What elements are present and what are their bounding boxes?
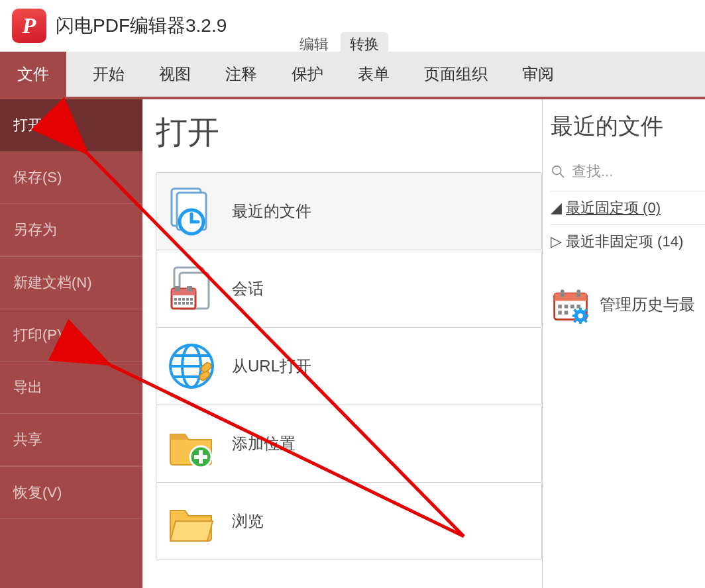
- recent-files-icon: [163, 183, 220, 240]
- ribbon-tab-protect[interactable]: 保护: [292, 64, 323, 85]
- session-icon: [163, 260, 220, 317]
- ribbon-tab-pages[interactable]: 页面组织: [424, 64, 488, 85]
- svg-rect-39: [558, 311, 562, 315]
- svg-rect-35: [558, 305, 562, 309]
- sidebar-item-recover[interactable]: 恢复(V): [0, 466, 142, 519]
- svg-rect-40: [565, 311, 569, 315]
- svg-rect-8: [187, 286, 192, 291]
- svg-rect-9: [174, 298, 177, 301]
- svg-rect-42: [579, 308, 582, 312]
- app-logo-icon: P: [12, 9, 46, 43]
- open-option-url[interactable]: 从URL打开: [156, 327, 542, 405]
- recent-unpinned-group[interactable]: ▷ 最近非固定项 (14): [551, 224, 705, 258]
- open-option-session-label: 会话: [232, 278, 264, 299]
- svg-rect-14: [174, 302, 177, 305]
- open-option-session[interactable]: 会话: [156, 250, 542, 328]
- sidebar-item-open[interactable]: 打开: [0, 99, 142, 152]
- svg-line-30: [560, 173, 564, 177]
- open-option-url-label: 从URL打开: [232, 356, 311, 377]
- browse-folder-icon: [163, 493, 220, 550]
- svg-rect-17: [186, 302, 189, 305]
- recent-search-placeholder: 查找...: [572, 162, 613, 181]
- recent-pinned-group[interactable]: ◢ 最近固定项 (0): [551, 191, 705, 224]
- svg-rect-32: [555, 293, 587, 301]
- svg-rect-16: [182, 302, 185, 305]
- svg-rect-18: [190, 302, 193, 305]
- add-location-icon: [163, 415, 220, 472]
- recent-search[interactable]: 查找...: [551, 162, 705, 181]
- svg-rect-33: [561, 290, 565, 297]
- sidebar-item-newdoc[interactable]: 新建文档(N): [0, 256, 142, 309]
- tab-convert[interactable]: 转换: [341, 32, 388, 57]
- ribbon-tab-comment[interactable]: 注释: [225, 64, 257, 85]
- tab-edit[interactable]: 编辑: [290, 32, 338, 57]
- ribbon-tabs: 开始 视图 注释 保护 表单 页面组织 审阅: [66, 52, 705, 97]
- app-title: 闪电PDF编辑器3.2.9: [56, 13, 227, 38]
- svg-rect-34: [576, 290, 580, 297]
- file-sidebar: 打开 保存(S) 另存为 新建文档(N) 打印(P) 导出 共享 恢复(V): [0, 99, 142, 588]
- svg-rect-28: [194, 455, 207, 459]
- svg-rect-13: [190, 298, 193, 301]
- ribbon-tab-view[interactable]: 视图: [159, 64, 191, 85]
- manage-history[interactable]: 管理历史与最: [551, 285, 705, 324]
- sidebar-item-export[interactable]: 导出: [0, 362, 142, 414]
- globe-url-icon: [163, 338, 220, 395]
- svg-rect-15: [178, 302, 181, 305]
- svg-rect-7: [175, 286, 180, 291]
- open-option-recent[interactable]: 最近的文件: [156, 172, 542, 250]
- open-option-addlocation-label: 添加位置: [232, 433, 296, 454]
- sidebar-item-save[interactable]: 保存(S): [0, 152, 142, 204]
- svg-rect-36: [565, 305, 569, 309]
- sidebar-item-print[interactable]: 打印(P): [0, 309, 142, 362]
- svg-rect-45: [585, 315, 589, 317]
- ribbon: 文件 开始 视图 注释 保护 表单 页面组织 审阅: [0, 52, 705, 99]
- workspace: 打开 保存(S) 另存为 新建文档(N) 打印(P) 导出 共享 恢复(V) 打…: [0, 99, 705, 588]
- open-option-browse[interactable]: 浏览: [156, 482, 542, 560]
- mode-tabs: 编辑 转换: [290, 32, 388, 57]
- ribbon-file-tab[interactable]: 文件: [0, 52, 66, 97]
- triangle-right-icon: ▷: [551, 233, 562, 250]
- svg-rect-37: [570, 305, 574, 309]
- recent-unpinned-label: 最近非固定项 (14): [566, 232, 683, 252]
- sidebar-item-share[interactable]: 共享: [0, 414, 142, 466]
- svg-rect-43: [579, 320, 582, 324]
- search-icon: [551, 164, 565, 179]
- title-bar: P 闪电PDF编辑器3.2.9 编辑 转换: [0, 0, 705, 52]
- open-heading: 打开: [156, 111, 542, 154]
- ribbon-tab-start[interactable]: 开始: [93, 64, 125, 85]
- svg-rect-10: [178, 298, 181, 301]
- manage-history-label: 管理历史与最: [600, 294, 695, 315]
- open-option-addlocation[interactable]: 添加位置: [156, 405, 542, 483]
- ribbon-tab-form[interactable]: 表单: [358, 64, 390, 85]
- ribbon-tab-review[interactable]: 审阅: [522, 64, 554, 85]
- sidebar-item-saveas[interactable]: 另存为: [0, 204, 142, 256]
- open-option-recent-label: 最近的文件: [232, 201, 311, 222]
- svg-point-50: [578, 313, 583, 318]
- svg-point-29: [553, 166, 561, 175]
- recent-panel: 最近的文件 查找... ◢ 最近固定项 (0) ▷ 最近非固定项 (14): [543, 99, 705, 588]
- recent-heading: 最近的文件: [551, 111, 705, 142]
- open-option-browse-label: 浏览: [232, 511, 264, 532]
- recent-pinned-label: 最近固定项 (0): [566, 198, 661, 218]
- calendar-gear-icon: [551, 285, 590, 324]
- open-panel: 打开 最近的文件: [142, 99, 543, 588]
- svg-rect-12: [186, 298, 189, 301]
- open-options-list: 最近的文件 会话: [156, 172, 542, 560]
- svg-rect-44: [572, 315, 576, 317]
- triangle-down-icon: ◢: [551, 199, 562, 217]
- svg-rect-11: [182, 298, 185, 301]
